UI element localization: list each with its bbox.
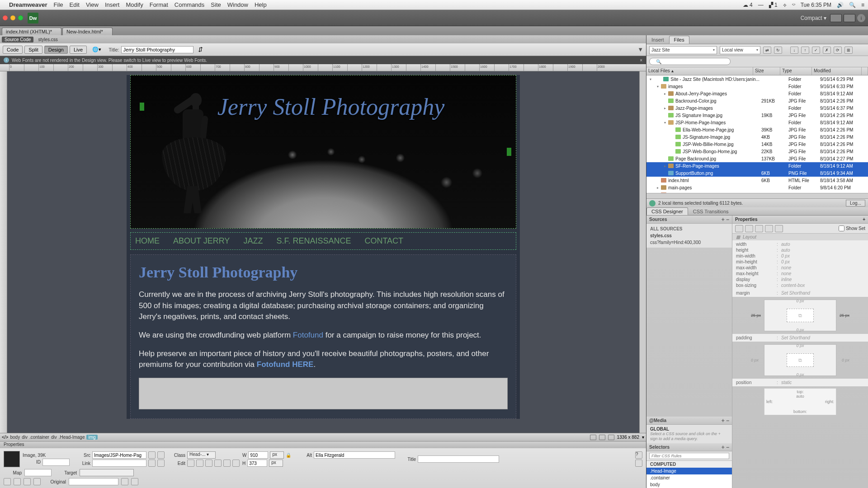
src-point-icon[interactable] xyxy=(157,451,165,459)
doc-tab-new-index[interactable]: New-Index.html* xyxy=(62,28,113,35)
menu-edit[interactable]: Edit xyxy=(70,1,80,8)
zoom-window-icon[interactable] xyxy=(18,15,23,20)
body-section[interactable]: Jerry Stoll Photography Currently we are… xyxy=(130,254,516,419)
edit-btn-3[interactable] xyxy=(205,460,212,467)
live-view-button[interactable]: Live xyxy=(70,46,87,54)
padding-box-model[interactable]: 0 px 0 px 0 px 0 px ⧉ xyxy=(764,344,836,376)
add-property-icon[interactable]: + xyxy=(863,217,865,222)
files-search-input[interactable] xyxy=(649,58,731,65)
all-sources[interactable]: ALL SOURCES xyxy=(650,225,728,232)
site-dropdown[interactable]: Jazz Site xyxy=(649,46,717,54)
nav-about[interactable]: ABOUT JERRY xyxy=(173,236,230,246)
volume-icon[interactable]: 🔊 xyxy=(837,2,844,8)
file-row[interactable]: Ella-Web-Home-Page.jpg39KBJPG File8/10/1… xyxy=(646,126,868,133)
refresh-icon[interactable]: ⇵ xyxy=(198,46,203,53)
styles-css-tab[interactable]: styles.css xyxy=(35,37,60,42)
tag-head-image[interactable]: .Head-Image xyxy=(59,435,85,440)
text-category-icon[interactable] xyxy=(745,225,753,232)
selector-container[interactable]: .container xyxy=(646,474,732,481)
image-thumbnail[interactable] xyxy=(4,451,20,467)
filter-icon[interactable]: ▼ xyxy=(637,46,643,53)
code-view-button[interactable]: Code xyxy=(3,46,23,54)
menu-icon[interactable]: ≡ xyxy=(861,2,864,8)
canvas-size[interactable]: 1336 x 882 xyxy=(617,435,640,440)
add-media-icon[interactable]: + − xyxy=(722,418,729,424)
tag-body[interactable]: body xyxy=(10,435,20,440)
original-folder-icon[interactable] xyxy=(121,478,128,485)
edit-btn-5[interactable] xyxy=(223,460,231,467)
selectors-filter-input[interactable] xyxy=(649,453,729,459)
design-canvas[interactable]: Jerry Stoll Photography HOME ABOUT JERRY… xyxy=(7,71,639,433)
file-row[interactable]: JSP-Web-Billie-Home.jpg14KBJPG File8/10/… xyxy=(646,141,868,148)
pointer-tool-icon[interactable] xyxy=(4,478,11,485)
menu-site[interactable]: Site xyxy=(211,1,221,8)
properties-panel-header[interactable]: Properties xyxy=(0,441,646,448)
class-dropdown[interactable]: Head-... ▾ xyxy=(187,451,216,459)
background-category-icon[interactable] xyxy=(765,225,773,232)
link-point-icon[interactable] xyxy=(157,460,165,467)
tag-img[interactable]: img xyxy=(86,435,97,440)
bluetooth-icon[interactable]: ⟡ xyxy=(783,2,787,8)
file-row[interactable]: ▸main-pagesFolder9/8/14 6:20 PM xyxy=(646,184,868,191)
files-list[interactable]: ▾Site - Jazz Site (Macintosh HD:Users:ja… xyxy=(646,75,868,193)
layout-button-2[interactable] xyxy=(844,14,855,22)
original-input[interactable] xyxy=(69,478,118,485)
target-dropdown[interactable] xyxy=(80,469,134,476)
rect-hotspot-icon[interactable] xyxy=(14,478,21,485)
device-desktop-icon[interactable] xyxy=(608,435,614,440)
file-row[interactable]: ▸Jazz-Page-imagesFolder9/16/14 6:37 PM xyxy=(646,104,868,112)
tag-inspector-icon[interactable]: </> xyxy=(2,435,8,440)
alt-input[interactable] xyxy=(314,451,395,459)
tag-div[interactable]: div xyxy=(22,435,28,440)
selector-body[interactable]: body xyxy=(646,481,732,488)
edit-btn-6[interactable] xyxy=(232,460,240,467)
device-phone-icon[interactable] xyxy=(590,435,596,440)
files-hscroll[interactable] xyxy=(646,193,868,198)
file-row[interactable]: JS-Signature-Image.jpg4KBJPG File8/10/14… xyxy=(646,133,868,141)
clock[interactable]: Tue 6:35 PM xyxy=(801,2,831,8)
edit-btn-4[interactable] xyxy=(214,460,222,467)
view-dropdown[interactable]: Local view xyxy=(720,46,760,54)
link-folder-icon[interactable] xyxy=(148,460,156,467)
add-source-icon[interactable]: + − xyxy=(722,216,729,223)
spotlight-icon[interactable]: 🔍 xyxy=(849,2,856,8)
menu-help[interactable]: Help xyxy=(255,1,267,8)
nav-sfren[interactable]: S.F. RENAISSANCE xyxy=(276,236,351,246)
tag-container[interactable]: .container xyxy=(29,435,49,440)
col-type[interactable]: Type xyxy=(780,67,812,75)
nav-contact[interactable]: CONTACT xyxy=(364,236,403,246)
fotofund-here-link[interactable]: Fotofund HERE xyxy=(257,360,314,369)
dash-icon[interactable]: — xyxy=(758,2,764,8)
col-local-files[interactable]: Local Files ▴ xyxy=(646,67,753,75)
minimize-window-icon[interactable] xyxy=(10,15,15,20)
col-size[interactable]: Size xyxy=(753,67,780,75)
warning-close-icon[interactable]: × xyxy=(640,58,642,63)
map-input[interactable] xyxy=(24,469,52,476)
doc-tab-index[interactable]: index.html (XHTML)* xyxy=(2,28,61,35)
menu-window[interactable]: Window xyxy=(227,1,248,8)
file-row[interactable]: ▾Site - Jazz Site (Macintosh HD:Users:ja… xyxy=(646,75,868,83)
css-designer-tab[interactable]: CSS Designer xyxy=(646,207,688,215)
file-row[interactable]: SupportButton.png6KBPNG File8/16/14 9:34… xyxy=(646,169,868,177)
scrollbar-vertical[interactable] xyxy=(639,71,646,433)
checkout-icon[interactable]: ✓ xyxy=(812,47,820,54)
wifi-icon[interactable]: ⌔ xyxy=(792,2,795,8)
sources-list[interactable]: ALL SOURCES styles.css css?family=Hind:4… xyxy=(646,224,732,248)
edit-btn-2[interactable] xyxy=(196,460,203,467)
border-category-icon[interactable] xyxy=(755,225,763,232)
layout-category-icon[interactable] xyxy=(735,225,743,232)
menu-file[interactable]: File xyxy=(54,1,63,8)
poly-hotspot-icon[interactable] xyxy=(33,478,41,485)
media-list[interactable]: GLOBAL Select a CSS source and click on … xyxy=(646,425,732,443)
height-input[interactable] xyxy=(247,460,267,467)
quick-icon[interactable] xyxy=(635,460,642,467)
cloud-icon[interactable]: ☁ 4 xyxy=(743,2,753,8)
link-icon[interactable]: ⧉ xyxy=(787,353,814,367)
css-transitions-tab[interactable]: CSS Transitions xyxy=(688,207,734,215)
file-row[interactable]: ▾JSP-Home-Page-ImagesFolder8/18/14 9:12 … xyxy=(646,119,868,126)
selectors-list[interactable]: COMPUTED .Head-Image .container body xyxy=(646,461,732,488)
add-selector-icon[interactable]: + − xyxy=(722,444,729,450)
app-name[interactable]: Dreamweaver xyxy=(9,1,47,8)
layout-props[interactable]: width:autoheight:automin-width:0 pxmin-h… xyxy=(732,240,868,289)
help-button[interactable]: i xyxy=(857,14,865,22)
